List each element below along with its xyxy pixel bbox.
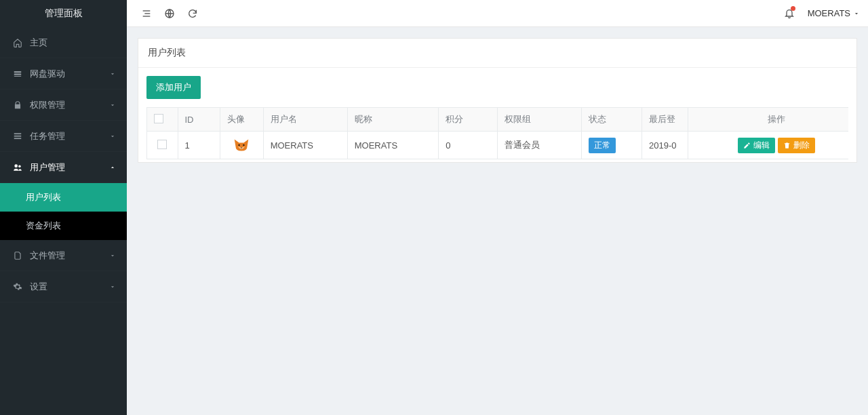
edit-label: 编辑: [753, 140, 770, 151]
status-badge: 正常: [589, 138, 616, 153]
user-table: ID 头像 用户名 昵称 积分 权限组 状态 最后登 操作: [146, 107, 848, 159]
sidebar-item-permissions[interactable]: 权限管理: [0, 90, 127, 121]
svg-point-7: [18, 165, 21, 167]
pencil-icon: [743, 142, 751, 149]
cell-id: 1: [178, 132, 220, 159]
col-actions: 操作: [688, 108, 848, 132]
chevron-down-icon: [109, 283, 116, 290]
toggle-sidebar-button[interactable]: [135, 0, 158, 27]
sidebar-item-tasks[interactable]: 任务管理: [0, 121, 127, 152]
col-status: 状态: [582, 108, 642, 132]
svg-rect-2: [14, 75, 22, 76]
sidebar-item-label: 任务管理: [30, 130, 65, 142]
notifications-button[interactable]: [778, 0, 801, 27]
sidebar-item-label: 主页: [30, 37, 47, 49]
cell-last-login: 2019-0: [642, 132, 688, 159]
sidebar-item-home[interactable]: 主页: [0, 27, 127, 58]
notification-dot: [791, 6, 795, 11]
sidebar-item-label: 网盘驱动: [30, 68, 65, 80]
cell-group: 普通会员: [498, 132, 582, 159]
drives-icon: [11, 69, 24, 79]
col-group: 权限组: [498, 108, 582, 132]
sidebar-subitem-fund-list[interactable]: 资金列表: [0, 212, 127, 240]
svg-rect-4: [14, 135, 22, 136]
globe-button[interactable]: [158, 0, 181, 27]
svg-rect-0: [14, 71, 22, 72]
row-checkbox[interactable]: [157, 140, 167, 149]
col-select: [147, 108, 178, 132]
sidebar-item-users[interactable]: 用户管理: [0, 152, 127, 183]
main: MOERATS 用户列表 添加用户 ID: [127, 0, 868, 415]
users-icon: [11, 163, 24, 172]
chevron-down-icon: [853, 10, 860, 17]
table-header-row: ID 头像 用户名 昵称 积分 权限组 状态 最后登 操作: [147, 108, 849, 132]
sidebar-item-files[interactable]: 文件管理: [0, 240, 127, 271]
panel-user-list: 用户列表 添加用户 ID 头像 用户名: [138, 38, 857, 163]
brand-title: 管理面板: [0, 0, 127, 27]
svg-point-6: [14, 164, 18, 167]
col-username: 用户名: [263, 108, 347, 132]
svg-point-12: [238, 144, 239, 146]
chevron-up-icon: [109, 164, 116, 171]
cell-username: MOERATS: [263, 132, 347, 159]
username-label: MOERATS: [808, 8, 850, 18]
sidebar-item-settings[interactable]: 设置: [0, 271, 127, 302]
edit-button[interactable]: 编辑: [738, 138, 775, 153]
table-scroll[interactable]: ID 头像 用户名 昵称 积分 权限组 状态 最后登 操作: [146, 107, 848, 159]
add-user-button[interactable]: 添加用户: [146, 76, 201, 99]
chevron-down-icon: [109, 252, 116, 259]
cell-actions: 编辑 删除: [688, 132, 848, 159]
cell-avatar: [220, 132, 263, 159]
chevron-down-icon: [109, 71, 116, 77]
refresh-button[interactable]: [181, 0, 204, 27]
sidebar-item-drives[interactable]: 网盘驱动: [0, 58, 127, 90]
sidebar-submenu-users: 用户列表 资金列表: [0, 183, 127, 240]
col-nickname: 昵称: [347, 108, 438, 132]
table-row: 1: [147, 132, 849, 159]
sidebar-item-label: 设置: [30, 281, 47, 293]
svg-point-13: [243, 144, 244, 146]
cell-points: 0: [439, 132, 498, 159]
select-all-checkbox[interactable]: [154, 114, 163, 123]
lock-icon: [11, 100, 24, 110]
cell-nickname: MOERATS: [347, 132, 438, 159]
gear-icon: [11, 282, 24, 292]
sidebar-item-label: 用户管理: [30, 161, 65, 174]
col-id: ID: [178, 108, 220, 132]
col-last-login: 最后登: [642, 108, 688, 132]
cell-status: 正常: [582, 132, 642, 159]
topbar: MOERATS: [127, 0, 868, 27]
sidebar: 管理面板 主页 网盘驱动: [0, 0, 127, 415]
svg-rect-3: [14, 133, 22, 134]
trash-icon: [783, 142, 791, 149]
tasks-icon: [11, 132, 24, 141]
col-avatar: 头像: [220, 108, 263, 132]
delete-button[interactable]: 删除: [778, 138, 815, 153]
col-points: 积分: [439, 108, 498, 132]
sidebar-item-label: 文件管理: [30, 250, 65, 262]
avatar-fox-icon: [232, 137, 251, 153]
chevron-down-icon: [109, 102, 116, 108]
sidebar-subitem-user-list[interactable]: 用户列表: [0, 183, 127, 212]
files-icon: [11, 251, 24, 260]
panel-title: 用户列表: [138, 39, 856, 68]
user-menu[interactable]: MOERATS: [808, 8, 860, 18]
home-icon: [11, 38, 24, 47]
sidebar-menu: 主页 网盘驱动 权限管理: [0, 27, 127, 302]
svg-rect-1: [14, 73, 22, 75]
chevron-down-icon: [109, 133, 116, 140]
svg-rect-5: [14, 138, 22, 139]
delete-label: 删除: [793, 140, 810, 151]
sidebar-item-label: 权限管理: [30, 99, 65, 111]
